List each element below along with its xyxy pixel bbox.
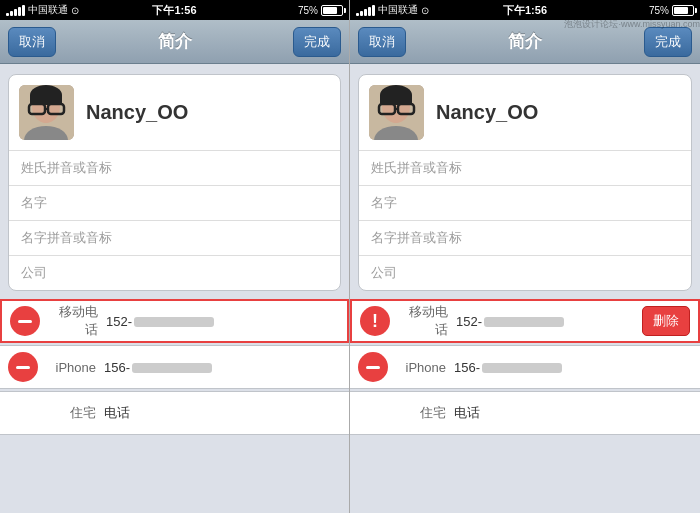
done-button-1[interactable]: 完成 bbox=[293, 27, 341, 57]
battery-percent-2: 75% bbox=[649, 5, 669, 16]
carrier-1: 中国联通 bbox=[28, 3, 68, 17]
screen-1: 中国联通 ⊙ 下午1:56 75% 取消 简介 完成 bbox=[0, 0, 350, 513]
phone-row-2-3: 住宅 电话 bbox=[350, 391, 700, 435]
minus-button-1-1[interactable] bbox=[10, 306, 40, 336]
status-right-2: 75% bbox=[649, 5, 694, 16]
phone-label-1-2: iPhone bbox=[46, 360, 96, 375]
screen-2: 泡泡设计论坛·www.missyuan.com 中国联通 ⊙ 下午1:56 75… bbox=[350, 0, 700, 513]
battery-percent-1: 75% bbox=[298, 5, 318, 16]
content-1: Nancy_OO 姓氏拼音或音标 名字 名字拼音或音标 公司 移动电话 152-… bbox=[0, 64, 349, 513]
phone-row-2-2: iPhone 156- bbox=[350, 345, 700, 389]
cancel-button-1[interactable]: 取消 bbox=[8, 27, 56, 57]
avatar-1 bbox=[19, 85, 74, 140]
status-bar-1: 中国联通 ⊙ 下午1:56 75% bbox=[0, 0, 349, 20]
signal-icon-1 bbox=[6, 4, 25, 16]
profile-header-2: Nancy_OO bbox=[359, 75, 691, 151]
field-firstname-1[interactable]: 名字 bbox=[9, 186, 340, 221]
field-phonetic-first-2[interactable]: 名字拼音或音标 bbox=[359, 221, 691, 256]
field-company-1[interactable]: 公司 bbox=[9, 256, 340, 290]
profile-card-2: Nancy_OO 姓氏拼音或音标 名字 名字拼音或音标 公司 bbox=[358, 74, 692, 291]
field-phonetic-last-1[interactable]: 姓氏拼音或音标 bbox=[9, 151, 340, 186]
phone-row-1-2: iPhone 156- bbox=[0, 345, 349, 389]
phone-label-1-3: 住宅 bbox=[46, 404, 96, 422]
phone-label-2-1: 移动电话 bbox=[398, 303, 448, 339]
cancel-button-2[interactable]: 取消 bbox=[358, 27, 406, 57]
field-phonetic-last-2[interactable]: 姓氏拼音或音标 bbox=[359, 151, 691, 186]
minus-button-1-2[interactable] bbox=[8, 352, 38, 382]
phone-row-2-1: ! 移动电话 152- 删除 bbox=[350, 299, 700, 343]
phone-label-2-2: iPhone bbox=[396, 360, 446, 375]
profile-name-1: Nancy_OO bbox=[86, 101, 188, 124]
status-bar-2: 中国联通 ⊙ 下午1:56 75% bbox=[350, 0, 700, 20]
phone-row-1-1: 移动电话 152- bbox=[0, 299, 349, 343]
phone-number-1-3[interactable]: 电话 bbox=[104, 404, 349, 422]
done-button-2[interactable]: 完成 bbox=[644, 27, 692, 57]
wifi-icon-2: ⊙ bbox=[421, 5, 429, 16]
phone-number-2-2[interactable]: 156- bbox=[454, 360, 700, 375]
battery-icon-2 bbox=[672, 5, 694, 16]
battery-icon-1 bbox=[321, 5, 343, 16]
field-phonetic-first-1[interactable]: 名字拼音或音标 bbox=[9, 221, 340, 256]
profile-name-2: Nancy_OO bbox=[436, 101, 538, 124]
status-right-1: 75% bbox=[298, 5, 343, 16]
phone-number-1-1[interactable]: 152- bbox=[106, 314, 347, 329]
delete-button-2-1[interactable]: 删除 bbox=[642, 306, 690, 336]
exclaim-button-2-1[interactable]: ! bbox=[360, 306, 390, 336]
wifi-icon-1: ⊙ bbox=[71, 5, 79, 16]
minus-button-2-2[interactable] bbox=[358, 352, 388, 382]
phone-row-1-3: 住宅 电话 bbox=[0, 391, 349, 435]
signal-icon-2 bbox=[356, 4, 375, 16]
phone-number-2-3[interactable]: 电话 bbox=[454, 404, 700, 422]
status-left-1: 中国联通 ⊙ bbox=[6, 3, 79, 17]
phone-label-2-3: 住宅 bbox=[396, 404, 446, 422]
profile-header-1: Nancy_OO bbox=[9, 75, 340, 151]
carrier-2: 中国联通 bbox=[378, 3, 418, 17]
time-2: 下午1:56 bbox=[503, 3, 547, 18]
content-2: Nancy_OO 姓氏拼音或音标 名字 名字拼音或音标 公司 ! 移动电话 15… bbox=[350, 64, 700, 513]
nav-title-2: 简介 bbox=[508, 30, 542, 53]
phone-label-1-1: 移动电话 bbox=[48, 303, 98, 339]
phone-number-1-2[interactable]: 156- bbox=[104, 360, 349, 375]
nav-bar-1: 取消 简介 完成 bbox=[0, 20, 349, 64]
profile-card-1: Nancy_OO 姓氏拼音或音标 名字 名字拼音或音标 公司 bbox=[8, 74, 341, 291]
time-1: 下午1:56 bbox=[152, 3, 196, 18]
nav-bar-2: 取消 简介 完成 bbox=[350, 20, 700, 64]
status-left-2: 中国联通 ⊙ bbox=[356, 3, 429, 17]
avatar-2 bbox=[369, 85, 424, 140]
nav-title-1: 简介 bbox=[158, 30, 192, 53]
phone-number-2-1[interactable]: 152- bbox=[456, 314, 642, 329]
field-firstname-2[interactable]: 名字 bbox=[359, 186, 691, 221]
field-company-2[interactable]: 公司 bbox=[359, 256, 691, 290]
